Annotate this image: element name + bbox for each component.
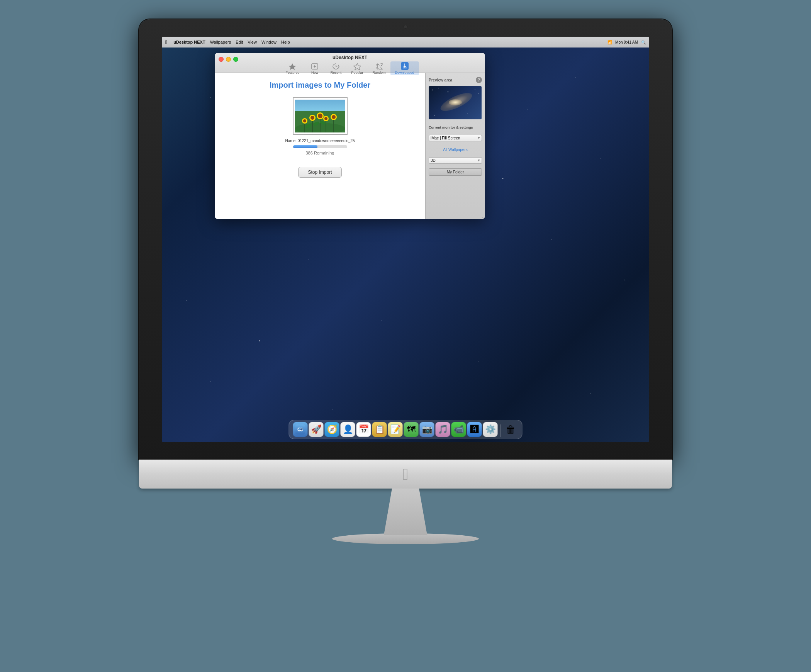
maps-icon: 🗺 <box>407 424 416 434</box>
dock-item-launchpad[interactable]: 🚀 <box>309 422 324 437</box>
menubar-app-name[interactable]: uDesktop NEXT <box>173 40 205 44</box>
monitor-select-wrapper: iMac | Fill Screen ▼ <box>429 134 482 141</box>
wifi-icon: 📶 <box>607 40 612 44</box>
tab-recent[interactable]: Recent <box>325 62 346 75</box>
svg-point-21 <box>324 117 327 120</box>
tab-recent-label: Recent <box>331 71 342 75</box>
menubar-window[interactable]: Window <box>261 40 277 44</box>
menubar-wallpapers[interactable]: Wallpapers <box>210 40 231 44</box>
new-icon <box>311 63 319 70</box>
dock-item-facetime[interactable]: 📹 <box>451 422 466 437</box>
svg-marker-6 <box>353 63 361 70</box>
tab-downloaded[interactable]: Downloaded <box>390 61 419 75</box>
maximize-button[interactable] <box>233 57 238 62</box>
imac-computer:  uDesktop NEXT Wallpapers Edit View Win… <box>139 19 672 653</box>
apple-menu[interactable]:  <box>165 39 167 45</box>
launchpad-icon: 🚀 <box>311 424 321 434</box>
preview-area-header: Preview area ? <box>429 77 482 83</box>
tab-popular-label: Popular <box>351 71 363 75</box>
calendar-icon: 📅 <box>358 424 369 434</box>
svg-point-32 <box>467 113 468 114</box>
svg-point-28 <box>438 88 439 88</box>
tab-downloaded-label: Downloaded <box>395 71 414 75</box>
import-preview-image <box>295 100 345 132</box>
svg-point-19 <box>318 114 322 118</box>
recent-icon <box>332 63 340 70</box>
tab-popular[interactable]: Popular <box>346 62 368 75</box>
tab-featured[interactable]: Featured <box>281 62 304 75</box>
import-preview-container <box>293 97 348 135</box>
import-title: Import images to My Folder <box>270 81 370 90</box>
menubar-left:  uDesktop NEXT Wallpapers Edit View Win… <box>165 39 290 45</box>
category-select[interactable]: 3D <box>429 157 482 164</box>
all-wallpapers-link[interactable]: All Wallpapers <box>429 148 482 152</box>
dock-item-iphoto[interactable]: 📷 <box>420 422 434 437</box>
svg-point-33 <box>434 115 435 115</box>
menubar-view[interactable]: View <box>248 40 257 44</box>
apple-logo-chin:  <box>402 465 408 484</box>
preview-flowers <box>295 111 345 132</box>
screen:  uDesktop NEXT Wallpapers Edit View Win… <box>162 37 649 442</box>
dock-item-addressbook[interactable]: 👤 <box>341 422 355 437</box>
preview-thumbnail <box>429 86 482 119</box>
svg-marker-0 <box>289 63 296 70</box>
downloaded-icon <box>401 62 409 70</box>
itunes-icon: 🎵 <box>438 424 448 434</box>
menubar-right: 📶 Mon 9:41 AM 🔍 <box>607 40 646 44</box>
traffic-lights <box>219 57 238 62</box>
preview-area-label: Preview area <box>429 78 452 82</box>
dock-item-calendar[interactable]: 📅 <box>356 422 371 437</box>
tab-featured-label: Featured <box>285 71 299 75</box>
systemprefs-icon: ⚙️ <box>485 424 495 434</box>
svg-point-29 <box>448 92 448 92</box>
progress-bar-container <box>293 145 347 148</box>
svg-point-15 <box>303 119 306 122</box>
toolbar: Featured New <box>281 61 419 75</box>
svg-point-31 <box>478 93 479 94</box>
window-body: Import images to My Folder <box>215 73 485 219</box>
file-name: Name: 01221_mandownmeeeeeedic_25 <box>285 139 355 143</box>
clock: Mon 9:41 AM <box>615 40 638 44</box>
trash-icon: 🗑 <box>506 424 516 436</box>
dock-item-safari[interactable]: 🧭 <box>325 422 339 437</box>
dock-item-finder[interactable] <box>293 422 308 437</box>
svg-point-37 <box>298 428 300 431</box>
close-button[interactable] <box>219 57 224 62</box>
spotlight-icon[interactable]: 🔍 <box>641 40 646 44</box>
menubar-help[interactable]: Help <box>281 40 290 44</box>
dock-item-appstore[interactable]: 🅰 <box>467 422 482 437</box>
random-icon <box>375 63 383 70</box>
help-button[interactable]: ? <box>476 77 482 83</box>
stop-import-button[interactable]: Stop Import <box>298 167 341 178</box>
monitor-select[interactable]: iMac | Fill Screen <box>429 135 482 141</box>
safari-icon: 🧭 <box>327 424 337 434</box>
menubar-edit[interactable]: Edit <box>236 40 243 44</box>
progress-bar-fill <box>293 145 317 148</box>
minimize-button[interactable] <box>226 57 231 62</box>
flowers-svg <box>295 111 345 132</box>
dock-item-stickies[interactable]: 📋 <box>372 422 387 437</box>
featured-icon <box>288 63 296 70</box>
dock-item-maps[interactable]: 🗺 <box>404 422 419 437</box>
window-title: uDesktop NEXT <box>333 54 367 61</box>
title-bar: uDesktop NEXT Featured <box>215 53 485 73</box>
tab-new-label: New <box>311 71 318 75</box>
camera <box>404 25 407 29</box>
my-folder-button[interactable]: My Folder <box>429 168 482 176</box>
dock-item-systemprefs[interactable]: ⚙️ <box>483 422 498 437</box>
svg-point-39 <box>299 428 299 429</box>
resize-handle[interactable]: ⌟ <box>482 214 484 218</box>
popular-icon <box>353 63 361 70</box>
imac-base <box>332 533 479 544</box>
dock-item-itunes[interactable]: 🎵 <box>436 422 450 437</box>
sidebar: Preview area ? <box>425 73 485 219</box>
stickies-icon: 📋 <box>374 424 385 434</box>
category-select-wrapper: 3D ▼ <box>429 156 482 164</box>
dock: 🚀 🧭 👤 📅 📋 📝 🗺 <box>289 420 523 439</box>
dock-item-notes[interactable]: 📝 <box>388 422 403 437</box>
tab-new[interactable]: New <box>304 62 325 75</box>
menubar:  uDesktop NEXT Wallpapers Edit View Win… <box>162 37 649 48</box>
addressbook-icon: 👤 <box>343 424 353 434</box>
tab-random[interactable]: Random <box>368 62 390 75</box>
dock-item-trash[interactable]: 🗑 <box>504 422 518 437</box>
